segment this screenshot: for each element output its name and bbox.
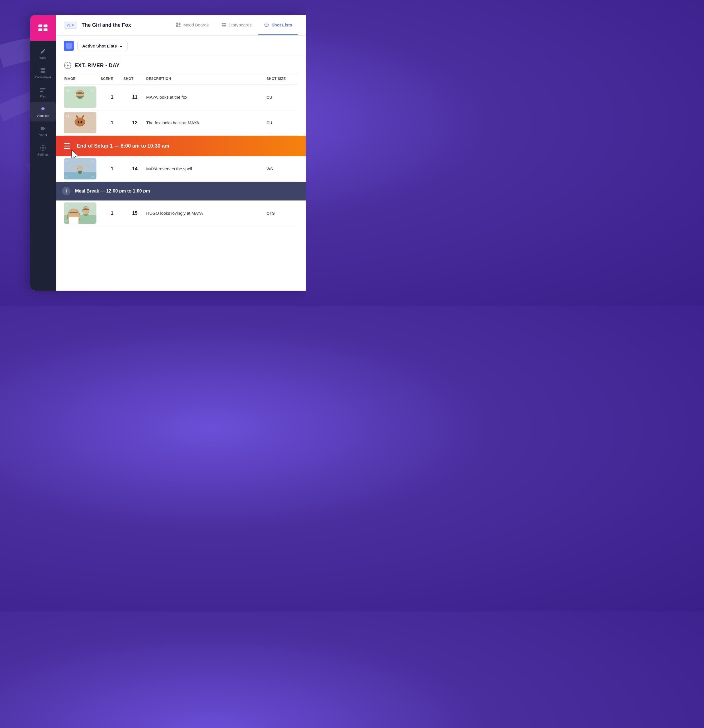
version-badge[interactable]: v1 ▾ <box>64 22 77 29</box>
scene-number-3: 1 <box>101 166 123 172</box>
shot-description-1: MAYA looks at the fox <box>146 95 266 100</box>
setup-banner-text: End of Setup 1 — 8:00 am to 10:30 am <box>77 143 169 149</box>
scene-number-4: 1 <box>101 211 123 216</box>
sidebar-item-visualize[interactable]: Visualize <box>30 102 56 121</box>
shot-number-1: 11 <box>123 94 146 100</box>
scene-header: EXT. RIVER - DAY <box>64 56 298 74</box>
sidebar-item-settings[interactable]: Settings <box>30 141 56 160</box>
svg-text:◁: ◁ <box>65 204 67 207</box>
storyboard-thumbnail-2: ◁ ▷ <box>64 112 97 133</box>
logo-icon <box>37 22 49 33</box>
shoot-icon <box>40 126 46 131</box>
shot-table: IMAGE SCENE SHOT DESCRIPTION SHOT SIZE <box>64 74 298 136</box>
svg-point-27 <box>78 121 80 123</box>
shot-number-4: 15 <box>123 211 146 216</box>
shot-size-1: CU <box>266 95 298 100</box>
shot-number-3: 14 <box>123 166 146 172</box>
svg-text:▷: ▷ <box>92 204 94 207</box>
col-scene: SCENE <box>101 77 123 81</box>
content-area: Active Shot Lists ⌄ EXT. RIVER - DAY <box>56 36 306 290</box>
tab-shot-lists-label: Shot Lists <box>271 22 292 27</box>
shot-image-2: ◁ ▷ <box>64 112 101 133</box>
storyboards-icon <box>221 22 226 27</box>
shot-description-2: The fox looks back at MAYA <box>146 120 266 125</box>
svg-text:◁: ◁ <box>65 88 69 92</box>
project-title: The Girl and the Fox <box>82 22 131 28</box>
shot-size-4: OTS <box>266 211 298 215</box>
svg-text:▷: ▷ <box>92 175 94 178</box>
shot-description-4: HUGO looks lovingly at MAYA <box>146 211 266 215</box>
shot-description-3: MAYA reverses the spell <box>146 166 266 171</box>
svg-text:◁: ◁ <box>65 219 67 222</box>
scene-section: EXT. RIVER - DAY IMAGE SCENE SHOT DESCRI… <box>56 56 306 136</box>
app-logo[interactable] <box>30 15 56 40</box>
svg-text:◁: ◁ <box>65 159 67 163</box>
plan-icon <box>40 87 46 93</box>
filter-icon-inner <box>66 43 72 49</box>
svg-point-24 <box>75 118 85 126</box>
tab-storyboards-label: Storyboards <box>229 22 252 27</box>
scene-number-2: 1 <box>101 120 123 126</box>
tab-storyboards[interactable]: Storyboards <box>215 15 257 35</box>
meal-break-banner: i Meal Break — 12:00 pm to 1:00 pm <box>56 182 306 201</box>
svg-text:◁: ◁ <box>65 175 67 178</box>
storyboard-thumbnail-3: ◁ ◁ ▷ ▷ <box>64 158 97 179</box>
settings-icon <box>40 145 46 151</box>
visualize-icon <box>40 106 46 112</box>
version-label: v1 <box>67 23 71 27</box>
svg-rect-3 <box>43 29 48 31</box>
filter-chevron-icon: ⌄ <box>119 43 123 48</box>
filter-color-icon <box>64 40 74 51</box>
shot-image-1: ◁ ◁ ◁ <box>64 87 101 108</box>
svg-rect-16 <box>224 25 226 26</box>
svg-rect-11 <box>176 25 178 27</box>
sidebar-item-shoot-label: Shoot <box>39 133 47 137</box>
breakdown-icon <box>40 67 46 74</box>
svg-rect-5 <box>43 68 45 70</box>
sidebar-item-write[interactable]: Write <box>30 44 56 64</box>
tab-mood-boards[interactable]: Mood Boards <box>170 15 214 35</box>
sidebar-item-shoot[interactable]: Shoot <box>30 121 56 141</box>
scene-title: EXT. RIVER - DAY <box>75 62 120 69</box>
table-row: ◁ ▷ 1 12 The fox looks back at MAYA CU <box>64 110 298 136</box>
col-shot: SHOT <box>123 77 146 81</box>
version-chevron-icon: ▾ <box>72 23 74 27</box>
sidebar-item-visualize-label: Visualize <box>37 114 49 117</box>
table-row: ◁ ◁ ▷ ▷ 1 14 MAYA reverses the spell <box>64 156 298 182</box>
shot-image-4: ◁ ◁ ▷ <box>64 202 101 224</box>
shot-table-after-setup: ◁ ◁ ▷ ▷ 1 14 MAYA reverses the spell <box>64 156 298 182</box>
shot-number-2: 12 <box>123 120 146 126</box>
svg-text:◁: ◁ <box>91 88 94 92</box>
shot-table-after-meal: ◁ ◁ ▷ 1 15 HUGO looks lovingly at MAYA O… <box>64 201 298 226</box>
svg-point-35 <box>87 165 89 167</box>
main-window: Write Breakdown Plan <box>30 15 306 290</box>
shot-size-3: WS <box>266 167 298 171</box>
svg-text:◁: ◁ <box>65 113 69 118</box>
sidebar-item-breakdown[interactable]: Breakdown <box>30 64 56 83</box>
svg-point-44 <box>82 207 89 214</box>
filter-dropdown[interactable]: Active Shot Lists ⌄ <box>77 40 128 51</box>
svg-rect-4 <box>40 68 43 70</box>
filter-bar: Active Shot Lists ⌄ <box>56 36 306 56</box>
tab-shot-lists[interactable]: Shot Lists <box>258 15 298 35</box>
topbar-nav: Mood Boards Storyboards <box>170 15 298 35</box>
storyboard-thumbnail-4: ◁ ◁ ▷ <box>64 202 97 224</box>
hamburger-line-1 <box>64 143 70 144</box>
svg-rect-13 <box>221 23 224 24</box>
scene-section-after-setup: ◁ ◁ ▷ ▷ 1 14 MAYA reverses the spell <box>56 156 306 182</box>
svg-rect-15 <box>221 25 224 26</box>
table-header: IMAGE SCENE SHOT DESCRIPTION SHOT SIZE <box>64 74 298 84</box>
hamburger-line-2 <box>64 146 70 146</box>
svg-rect-7 <box>43 71 45 73</box>
svg-rect-9 <box>179 23 181 24</box>
shot-lists-icon <box>264 22 269 27</box>
sketch-svg-2: ◁ ▷ <box>64 112 97 133</box>
sidebar-item-breakdown-label: Breakdown <box>35 75 51 79</box>
storyboard-thumbnail-1: ◁ ◁ ◁ <box>64 87 97 108</box>
meal-break-text: Meal Break — 12:00 pm to 1:00 pm <box>75 189 150 194</box>
sketch-svg-1: ◁ ◁ ◁ <box>64 87 97 108</box>
sidebar-item-settings-label: Settings <box>37 153 49 156</box>
svg-rect-1 <box>43 25 48 27</box>
sidebar-item-plan[interactable]: Plan <box>30 83 56 102</box>
setup-banner: End of Setup 1 — 8:00 am to 10:30 am <box>56 136 306 156</box>
